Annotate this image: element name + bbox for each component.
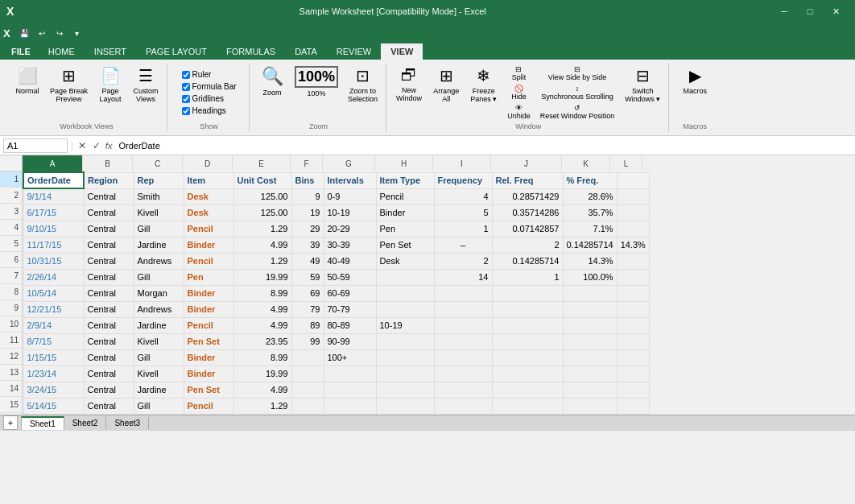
cell-i6[interactable]: 2	[434, 253, 492, 269]
cell-k2[interactable]: 28.6%	[563, 188, 617, 204]
col-header-h[interactable]: H	[375, 155, 433, 171]
cell-e13[interactable]: 19.99	[233, 366, 291, 382]
tab-data[interactable]: DATA	[285, 43, 327, 60]
cell-c3[interactable]: Kivell	[134, 204, 184, 221]
cancel-formula-icon[interactable]: ✕	[76, 140, 88, 151]
cell-i8[interactable]	[434, 285, 492, 301]
cell-i2[interactable]: 4	[434, 188, 492, 204]
cell-g13[interactable]	[324, 366, 376, 382]
cell-g12[interactable]: 100+	[324, 349, 376, 366]
col-header-i[interactable]: I	[433, 155, 491, 171]
cell-b10[interactable]: Central	[84, 317, 134, 333]
redo-qat-button[interactable]: ↪	[52, 26, 67, 40]
cell-f15[interactable]	[291, 398, 324, 414]
cell-g8[interactable]: 60-69	[324, 285, 376, 301]
cell-g10[interactable]: 80-89	[324, 317, 376, 333]
cell-g7[interactable]: 50-59	[324, 269, 376, 285]
save-qat-button[interactable]: 💾	[17, 26, 31, 40]
cell-c4[interactable]: Gill	[134, 221, 184, 237]
cell-g1[interactable]: Intervals	[324, 172, 376, 188]
minimize-button[interactable]: ─	[771, 2, 797, 20]
cell-j6[interactable]: 0.14285714	[492, 253, 563, 269]
cell-f12[interactable]	[291, 349, 324, 366]
cell-h8[interactable]	[376, 285, 434, 301]
cell-g2[interactable]: 0-9	[324, 188, 376, 204]
cell-e1[interactable]: Unit Cost	[233, 172, 291, 188]
cell-l4[interactable]	[617, 221, 649, 237]
cell-i7[interactable]: 14	[434, 269, 492, 285]
row-header-5[interactable]: 5	[0, 236, 22, 252]
cell-f5[interactable]: 39	[291, 237, 324, 253]
cell-l3[interactable]	[617, 204, 649, 221]
cell-c11[interactable]: Kivell	[134, 333, 184, 349]
cell-k7[interactable]: 100.0%	[563, 269, 617, 285]
cell-h15[interactable]	[376, 398, 434, 414]
col-header-k[interactable]: K	[562, 155, 610, 171]
row-header-7[interactable]: 7	[0, 268, 22, 284]
cell-b3[interactable]: Central	[84, 204, 134, 221]
cell-e14[interactable]: 4.99	[233, 382, 291, 398]
cell-f2[interactable]: 9	[291, 188, 324, 204]
cell-l1[interactable]	[617, 172, 649, 188]
cell-f8[interactable]: 69	[291, 285, 324, 301]
cell-k12[interactable]	[563, 349, 617, 366]
tab-view[interactable]: VIEW	[381, 43, 423, 60]
cell-g11[interactable]: 90-99	[324, 333, 376, 349]
cell-j2[interactable]: 0.28571429	[492, 188, 563, 204]
gridlines-checkbox[interactable]	[182, 95, 190, 103]
cell-a6[interactable]: 10/31/15	[23, 253, 84, 269]
maximize-button[interactable]: □	[797, 2, 823, 20]
zoom-selection-button[interactable]: ⊡ Zoom toSelection	[345, 64, 381, 105]
split-button[interactable]: ⊟ Split	[505, 64, 533, 82]
cell-l6[interactable]	[617, 253, 649, 269]
macros-button[interactable]: ▶ Macros	[679, 64, 711, 97]
cell-f11[interactable]: 99	[291, 333, 324, 349]
cell-a11[interactable]: 8/7/15	[23, 333, 84, 349]
cell-j13[interactable]	[492, 366, 563, 382]
cell-d10[interactable]: Pencil	[184, 317, 233, 333]
cell-a10[interactable]: 2/9/14	[23, 317, 84, 333]
cell-e11[interactable]: 23.95	[233, 333, 291, 349]
cell-j12[interactable]	[492, 349, 563, 366]
tab-file[interactable]: FILE	[3, 43, 39, 60]
cell-f7[interactable]: 59	[291, 269, 324, 285]
cell-b2[interactable]: Central	[84, 188, 134, 204]
cell-h11[interactable]	[376, 333, 434, 349]
cell-i1[interactable]: Frequency	[434, 172, 492, 188]
switch-windows-button[interactable]: ⊟ SwitchWindows ▾	[622, 64, 663, 105]
cell-f6[interactable]: 49	[291, 253, 324, 269]
cell-l10[interactable]	[617, 317, 649, 333]
cell-b13[interactable]: Central	[84, 366, 134, 382]
cell-e8[interactable]: 8.99	[233, 285, 291, 301]
cell-c5[interactable]: Jardine	[134, 237, 184, 253]
cell-d3[interactable]: Desk	[184, 204, 233, 221]
cell-c13[interactable]: Kivell	[134, 366, 184, 382]
cell-i5[interactable]: –	[434, 237, 492, 253]
cell-k9[interactable]	[563, 301, 617, 317]
cell-h12[interactable]	[376, 349, 434, 366]
cell-h5[interactable]: Pen Set	[376, 237, 434, 253]
cell-e15[interactable]: 1.29	[233, 398, 291, 414]
reset-window-button[interactable]: ↺ Reset Window Position	[538, 103, 618, 121]
cell-c2[interactable]: Smith	[134, 188, 184, 204]
cell-c15[interactable]: Gill	[134, 398, 184, 414]
cell-a8[interactable]: 10/5/14	[23, 285, 84, 301]
row-header-8[interactable]: 8	[0, 284, 22, 300]
cell-j9[interactable]	[492, 301, 563, 317]
cell-k3[interactable]: 35.7%	[563, 204, 617, 221]
confirm-formula-icon[interactable]: ✓	[91, 140, 102, 151]
cell-e2[interactable]: 125.00	[233, 188, 291, 204]
cell-d12[interactable]: Binder	[184, 349, 233, 366]
row-header-10[interactable]: 10	[0, 316, 22, 333]
cell-j5[interactable]: 2	[492, 237, 563, 253]
col-header-c[interactable]: C	[133, 155, 183, 171]
cell-h13[interactable]	[376, 366, 434, 382]
cell-g4[interactable]: 20-29	[324, 221, 376, 237]
cell-f10[interactable]: 89	[291, 317, 324, 333]
headings-checkbox-label[interactable]: Headings	[182, 106, 226, 115]
ruler-checkbox-label[interactable]: Ruler	[182, 70, 212, 79]
tab-insert[interactable]: INSERT	[85, 43, 136, 60]
cell-b4[interactable]: Central	[84, 221, 134, 237]
unhide-button[interactable]: 👁 Unhide	[505, 103, 533, 121]
cell-l13[interactable]	[617, 366, 649, 382]
